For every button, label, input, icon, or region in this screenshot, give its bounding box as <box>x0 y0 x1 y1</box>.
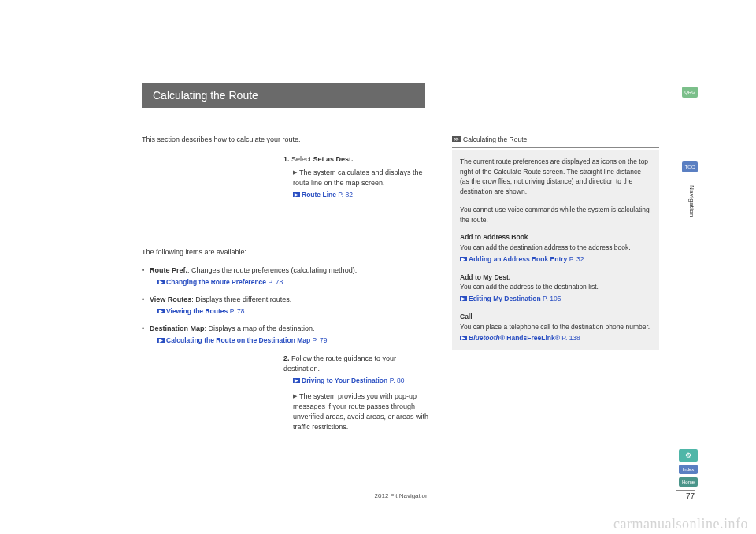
tab-qrg[interactable]: QRG <box>682 87 698 98</box>
page-number: 77 <box>676 490 695 501</box>
watermark: carmanualsonline.info <box>613 516 748 532</box>
step-1-number: 1. <box>284 155 290 163</box>
step-2-sub: The system provides you with pop-up mess… <box>293 391 433 432</box>
bullet-dest-map: Destination Map: Displays a map of the d… <box>142 324 433 345</box>
link-icon <box>460 334 469 342</box>
link-label: Viewing the Routes <box>166 307 228 315</box>
link-page: P. 79 <box>313 336 328 344</box>
link-address-book[interactable]: Adding an Address Book Entry P. 32 <box>460 254 651 265</box>
link-page: P. 80 <box>390 376 405 384</box>
link-icon <box>158 336 166 344</box>
available-intro: The following items are available: <box>142 247 433 258</box>
manual-page: Calculating the Route This section descr… <box>142 83 662 492</box>
sidebar-dest-heading: Add to My Dest. <box>460 273 510 281</box>
link-icon <box>293 376 302 384</box>
link-driving[interactable]: Driving to Your Destination P. 80 <box>284 376 433 385</box>
footer-text: 2012 Fit Navigation <box>142 492 662 499</box>
link-label: Driving to Your Destination <box>302 376 387 384</box>
link-label-rest: ® HandsFreeLink® <box>500 334 560 342</box>
step-2: 2. Follow the route guidance to your des… <box>142 354 433 385</box>
tab-navigation[interactable]: Navigation <box>688 185 695 217</box>
step-2-text: Follow the route guidance to your destin… <box>284 354 396 373</box>
link-icon <box>293 191 302 198</box>
sidebar-title-text: Calculating the Route <box>463 135 527 143</box>
link-label: Adding an Address Book Entry <box>469 255 567 263</box>
sidebar-addr-heading: Add to Address Book <box>460 233 528 241</box>
tab-voice[interactable]: ⚙ <box>679 449 698 462</box>
link-label: Changing the Route Preference <box>166 278 266 286</box>
tab-home[interactable]: Home <box>679 477 698 487</box>
bullet-bold: Route Pref. <box>150 266 187 274</box>
bullet-bold: Destination Map <box>150 324 205 332</box>
main-column: This section describes how to calculate … <box>142 135 433 432</box>
bullet-view-routes: View Routes: Displays three different ro… <box>142 295 433 316</box>
header-rule <box>567 184 756 184</box>
link-page: P. 78 <box>230 307 245 315</box>
step-1-sub: The system calculates and displays the r… <box>293 168 433 188</box>
sidebar-p2: You cannot use voice commands while the … <box>460 205 651 225</box>
link-route-pref[interactable]: Changing the Route Preference P. 78 <box>158 277 433 287</box>
page-title: Calculating the Route <box>142 83 425 108</box>
sidebar-dest-text: You can add the address to the destinati… <box>460 283 598 291</box>
sidebar-p1: The current route preferences are displa… <box>460 157 651 197</box>
link-dest-map[interactable]: Calculating the Route on the Destination… <box>158 336 433 345</box>
link-page: P. 138 <box>561 334 580 342</box>
sidebar-box: The current route preferences are displa… <box>452 150 659 350</box>
link-label-italic: Bluetooth <box>469 334 500 342</box>
bullet-bold: View Routes <box>150 295 191 303</box>
bullet-text: : Changes the route preferences (calcula… <box>187 266 357 274</box>
link-icon <box>158 307 166 315</box>
sidebar-title: Calculating the Route <box>452 135 659 148</box>
step-2-detail: The system provides you with pop-up mess… <box>142 391 433 432</box>
sidebar-column: Calculating the Route The current route … <box>452 135 659 432</box>
step-1-bold: Set as Dest. <box>313 155 354 163</box>
link-label: Route Line <box>302 191 336 198</box>
link-icon <box>158 278 166 286</box>
bullet-text: : Displays three different routes. <box>191 295 291 303</box>
link-label: Editing My Destination <box>469 295 541 302</box>
tab-toc[interactable]: TOC <box>682 161 698 172</box>
sidebar-call-heading: Call <box>460 313 472 321</box>
sidebar-addr-text: You can add the destination address to t… <box>460 243 631 251</box>
link-route-line[interactable]: Route Line P. 82 <box>293 190 433 199</box>
link-icon <box>460 255 469 263</box>
link-page: P. 78 <box>268 278 283 286</box>
sidebar-title-icon <box>452 135 463 143</box>
link-label: Calculating the Route on the Destination… <box>166 336 310 344</box>
content-columns: This section describes how to calculate … <box>142 135 662 432</box>
link-my-destination[interactable]: Editing My Destination P. 105 <box>460 294 651 304</box>
step-2-number: 2. <box>284 354 290 362</box>
link-icon <box>460 295 469 302</box>
link-page: P. 82 <box>338 191 353 198</box>
link-page: P. 105 <box>543 295 561 302</box>
side-tabs: QRG TOC Navigation <box>682 87 698 102</box>
step-1: 1. Select Set as Dest. <box>142 154 433 165</box>
step-1-detail: The system calculates and displays the r… <box>142 168 433 199</box>
link-view-routes[interactable]: Viewing the Routes P. 78 <box>158 306 433 316</box>
step-1-text: Select <box>291 155 313 163</box>
sidebar-call-text: You can place a telephone call to the de… <box>460 323 650 331</box>
bullet-route-pref: Route Pref.: Changes the route preferenc… <box>142 265 433 287</box>
tab-index[interactable]: Index <box>679 465 698 474</box>
link-bluetooth[interactable]: Bluetooth® HandsFreeLink® P. 138 <box>460 333 651 343</box>
bullet-text: : Displays a map of the destination. <box>205 324 315 332</box>
bottom-tabs: ⚙ Index Home <box>679 449 698 487</box>
intro-text: This section describes how to calculate … <box>142 135 433 145</box>
link-page: P. 32 <box>569 255 584 263</box>
